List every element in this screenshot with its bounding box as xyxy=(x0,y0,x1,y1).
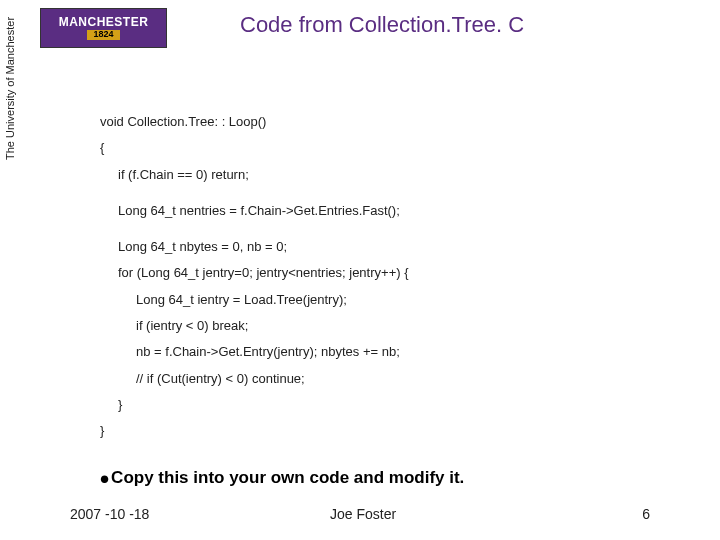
footer-date: 2007 -10 -18 xyxy=(70,506,149,522)
code-line: Long 64_t nentries = f.Chain->Get.Entrie… xyxy=(100,204,660,218)
code-listing: void Collection.Tree: : Loop() { if (f.C… xyxy=(100,115,660,451)
code-line: // if (Cut(ientry) < 0) continue; xyxy=(100,372,660,386)
bullet-icon: • xyxy=(100,464,109,494)
code-line: nb = f.Chain->Get.Entry(jentry); nbytes … xyxy=(100,345,660,359)
slide-title: Code from Collection.Tree. C xyxy=(240,12,524,38)
note-text: Copy this into your own code and modify … xyxy=(111,468,464,487)
code-line: } xyxy=(100,424,660,438)
logo-name: MANCHESTER xyxy=(59,16,149,29)
footer-page-number: 6 xyxy=(642,506,650,522)
code-line: if (f.Chain == 0) return; xyxy=(100,168,660,182)
logo-year: 1824 xyxy=(87,30,119,40)
code-line: if (ientry < 0) break; xyxy=(100,319,660,333)
footer-author: Joe Foster xyxy=(330,506,396,522)
bullet-note: •Copy this into your own code and modify… xyxy=(100,468,464,488)
university-logo: MANCHESTER 1824 xyxy=(40,8,167,48)
code-line: } xyxy=(100,398,660,412)
code-line: for (Long 64_t jentry=0; jentry<nentries… xyxy=(100,266,660,280)
code-line: void Collection.Tree: : Loop() xyxy=(100,115,660,129)
code-line: Long 64_t ientry = Load.Tree(jentry); xyxy=(100,293,660,307)
logo-side-text: The University of Manchester xyxy=(4,17,16,160)
code-line: Long 64_t nbytes = 0, nb = 0; xyxy=(100,240,660,254)
code-line: { xyxy=(100,141,660,155)
